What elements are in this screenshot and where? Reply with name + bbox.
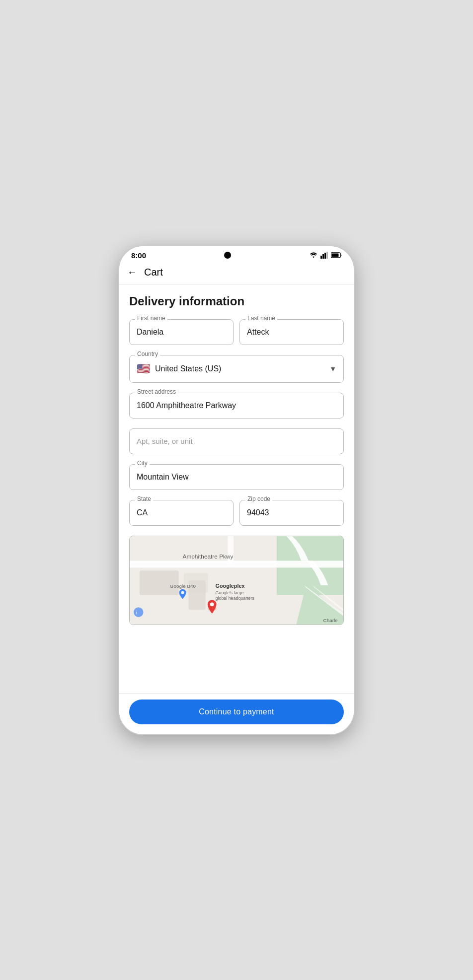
status-icons: [309, 252, 342, 259]
svg-text:Charle: Charle: [323, 617, 338, 623]
scroll-content: Delivery information First name Last nam…: [119, 284, 354, 734]
svg-rect-5: [332, 254, 339, 257]
status-time: 8:00: [131, 251, 146, 260]
svg-text:Google B40: Google B40: [170, 583, 196, 588]
country-select[interactable]: 🇺🇸 United States (US) ▼: [129, 355, 344, 383]
country-group: Country 🇺🇸 United States (US) ▼: [129, 355, 344, 383]
zip-input[interactable]: [239, 500, 344, 526]
svg-text:i: i: [136, 610, 137, 615]
street-input[interactable]: [129, 393, 344, 419]
svg-point-21: [210, 602, 214, 606]
top-bar: ← Cart: [119, 263, 354, 284]
svg-rect-0: [320, 256, 322, 259]
svg-rect-9: [228, 536, 234, 565]
state-zip-row: State Zip code: [129, 500, 344, 526]
apt-input[interactable]: [129, 428, 344, 454]
phone-frame: 8:00 ← Cart: [118, 245, 355, 735]
last-name-label: Last name: [245, 315, 277, 322]
zip-group: Zip code: [239, 500, 344, 526]
continue-payment-button[interactable]: Continue to payment: [129, 700, 344, 724]
signal-icon: [320, 252, 328, 259]
svg-rect-2: [324, 253, 326, 259]
country-value: United States (US): [155, 364, 221, 373]
last-name-input[interactable]: [239, 319, 344, 345]
state-label: State: [135, 495, 153, 502]
map-svg: Amphitheatre Pkwy Google B40 Googleplex …: [130, 536, 343, 625]
us-flag-icon: 🇺🇸: [137, 363, 150, 374]
apt-group: [129, 428, 344, 454]
city-label: City: [135, 460, 150, 467]
state-input[interactable]: [129, 500, 234, 526]
street-group: Street address: [129, 393, 344, 419]
first-name-label: First name: [135, 315, 167, 322]
svg-text:Googleplex: Googleplex: [216, 582, 245, 588]
camera-indicator: [224, 252, 231, 259]
cart-title: Cart: [144, 267, 163, 278]
svg-point-16: [181, 591, 184, 594]
map-container[interactable]: Amphitheatre Pkwy Google B40 Googleplex …: [129, 536, 344, 625]
last-name-group: Last name: [239, 319, 344, 345]
svg-rect-3: [326, 252, 328, 259]
battery-icon: [331, 252, 342, 258]
street-label: Street address: [135, 388, 178, 395]
city-group: City: [129, 464, 344, 490]
svg-text:global headquarters: global headquarters: [216, 596, 255, 601]
section-title: Delivery information: [129, 294, 344, 308]
svg-point-23: [134, 607, 144, 617]
back-button[interactable]: ←: [127, 267, 137, 277]
svg-text:Google's large: Google's large: [216, 590, 244, 595]
first-name-group: First name: [129, 319, 234, 345]
state-group: State: [129, 500, 234, 526]
zip-label: Zip code: [245, 495, 272, 502]
wifi-icon: [309, 252, 318, 259]
svg-text:Amphitheatre Pkwy: Amphitheatre Pkwy: [183, 553, 234, 560]
name-row: First name Last name: [129, 319, 344, 345]
svg-rect-1: [322, 254, 324, 259]
bottom-bar: Continue to payment: [119, 693, 354, 734]
city-input[interactable]: [129, 464, 344, 490]
status-bar: 8:00: [119, 246, 354, 263]
first-name-input[interactable]: [129, 319, 234, 345]
dropdown-arrow-icon: ▼: [329, 365, 336, 373]
country-label: Country: [135, 350, 160, 357]
